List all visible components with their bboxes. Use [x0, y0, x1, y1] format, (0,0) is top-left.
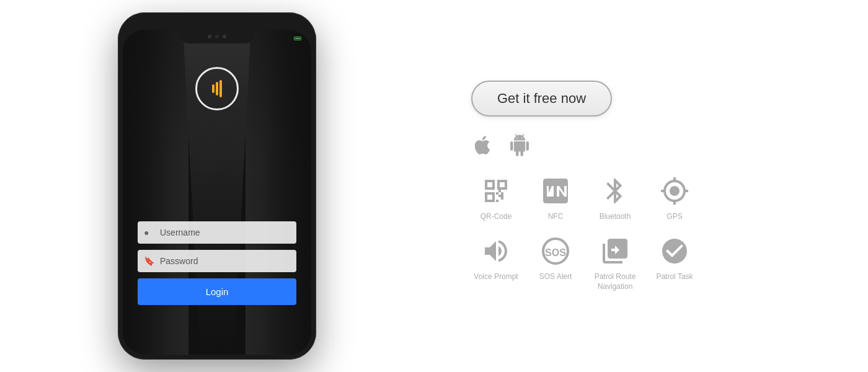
wave-2 — [216, 82, 218, 95]
username-field[interactable]: ● Username — [138, 221, 296, 244]
lock-icon: 🔖 — [144, 256, 154, 266]
feature-qr-code: QR-Code — [471, 174, 521, 222]
wave-3 — [219, 80, 222, 97]
notch-dot-1 — [208, 35, 211, 38]
bluetooth-label: Bluetooth — [600, 212, 631, 222]
patrol-task-label: Patrol Task — [656, 272, 693, 282]
sos-alert-label: SOS Alert — [539, 272, 572, 282]
feature-patrol-route-navigation: Patrol Route Navigation — [590, 234, 640, 291]
feature-gps: GPS — [650, 174, 699, 222]
android-icon[interactable] — [508, 134, 531, 156]
notch-dot-2 — [223, 35, 226, 38]
feature-nfc: NFC — [531, 174, 580, 222]
wave-1 — [212, 84, 215, 93]
voice-prompt-label: Voice Prompt — [474, 272, 518, 282]
username-label: Username — [160, 228, 200, 237]
platform-icons — [471, 134, 831, 156]
status-bar — [123, 30, 311, 47]
cta-button[interactable]: Get it free now — [471, 81, 612, 117]
app-logo — [195, 67, 239, 110]
feature-patrol-task: Patrol Task — [650, 234, 699, 291]
logo-waves — [212, 80, 222, 97]
phone-section: ● Username 🔖 Password Login — [0, 0, 434, 372]
password-label: Password — [160, 256, 198, 266]
notch — [180, 30, 254, 43]
patrol-task-icon — [657, 234, 692, 268]
feature-voice-prompt: Voice Prompt — [471, 234, 521, 291]
nfc-label: NFC — [548, 212, 564, 222]
phone-device: ● Username 🔖 Password Login — [118, 12, 316, 360]
feature-bluetooth: Bluetooth — [590, 174, 640, 222]
phone-screen: ● Username 🔖 Password Login — [123, 30, 311, 355]
patrol-route-navigation-label: Patrol Route Navigation — [590, 272, 640, 291]
nfc-icon — [538, 174, 573, 208]
qr-code-icon — [479, 174, 513, 208]
password-field[interactable]: 🔖 Password — [138, 250, 296, 272]
gps-icon — [657, 174, 692, 208]
apple-icon[interactable] — [471, 134, 494, 156]
feature-sos-alert: SOS SOS Alert — [531, 234, 580, 291]
right-section: Get it free now QR-Code — [434, 0, 868, 372]
login-form: ● Username 🔖 Password Login — [138, 221, 296, 305]
battery-icon — [294, 37, 301, 40]
logo-circle — [195, 67, 239, 110]
sos-alert-icon: SOS — [538, 234, 573, 268]
bluetooth-icon — [598, 174, 632, 208]
login-button[interactable]: Login — [138, 278, 296, 305]
qr-code-label: QR-Code — [480, 212, 512, 222]
patrol-route-icon — [598, 234, 632, 268]
gps-label: GPS — [666, 212, 682, 222]
notch-camera — [215, 35, 219, 38]
voice-prompt-icon — [479, 234, 513, 268]
feature-grid: QR-Code NFC Bluetooth — [471, 174, 831, 292]
user-icon: ● — [144, 228, 154, 237]
svg-text:SOS: SOS — [545, 247, 566, 258]
